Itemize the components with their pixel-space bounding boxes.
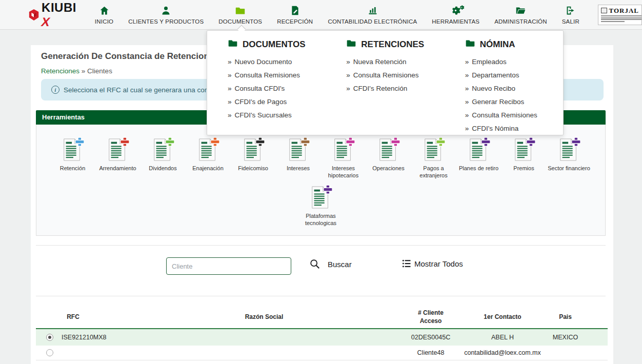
partner-name: TORJAL <box>609 7 639 15</box>
search-input[interactable] <box>166 257 291 275</box>
panel-body: Retención Arrendamiento Dividendos Enaje… <box>36 125 606 236</box>
table-row[interactable]: ISE921210MX8 02DES0045C ABEL H MEXICO <box>36 329 608 346</box>
dropdown-column-documentos: DOCUMENTOS »Nuevo Documento »Consulta Re… <box>207 38 326 135</box>
nav-item-administracion[interactable]: ADMINISTRACIÓN <box>494 5 547 25</box>
column-header-razon-social: Razón Social <box>190 306 338 328</box>
bar-chart-icon <box>367 5 378 16</box>
buscar-button[interactable]: Buscar <box>309 258 352 270</box>
cell-rfc: ISE921210MX8 <box>62 329 107 346</box>
cell-pais: MEXICO <box>541 329 590 346</box>
menu-item-cfdis-de-pagos[interactable]: »CFDI's de Pagos <box>228 95 326 109</box>
menu-item-consulta-cfdis[interactable]: »Consulta CFDI's <box>228 82 326 95</box>
gears-icon <box>450 5 461 16</box>
tool-operaciones[interactable]: Operaciones <box>366 137 411 179</box>
menu-item-cfdis-sucursales[interactable]: »CFDI's Sucursales <box>228 109 326 122</box>
document-plus-icon <box>151 137 175 163</box>
table-header: RFC Razón Social # Cliente Acceso 1er Co… <box>36 306 608 328</box>
partner-logo-torjal: TORJAL <box>598 5 642 25</box>
menu-item-nuevo-documento[interactable]: »Nuevo Documento <box>228 55 326 69</box>
search-icon <box>309 258 320 270</box>
tool-fideicomiso[interactable]: Fideicomiso <box>231 137 276 179</box>
nav-label: DOCUMENTOS <box>218 18 262 25</box>
nav-label: SALIR <box>562 18 579 25</box>
nav-item-clientes-y-productos[interactable]: CLIENTES Y PRODUCTOS <box>128 5 204 25</box>
tool-retencion[interactable]: Retención <box>50 137 95 179</box>
alert-text: Selecciona el RFC al cual se generara un… <box>64 86 230 94</box>
menu-item-nuevo-recibo[interactable]: »Nuevo Recibo <box>465 82 563 95</box>
document-plus-icon <box>557 137 581 163</box>
brand-name: KIUBIX <box>42 1 78 29</box>
tool-planes-de-retiro[interactable]: Planes de retiro <box>456 137 501 179</box>
document-plus-icon <box>196 137 220 163</box>
menu-item-consulta-remisiones-ret[interactable]: »Consulta Remisiones <box>346 69 444 82</box>
document-plus-icon <box>512 137 536 163</box>
page-title: Generación De Constancia de Retenciones <box>41 51 219 62</box>
tool-plataformas-tecnologicas[interactable]: Plataformas tecnologicas <box>298 185 344 227</box>
nav-item-contabilidad-electronica[interactable]: CONTABILIDAD ELECTRÓNICA <box>328 5 417 25</box>
mostrar-todos-button[interactable]: Mostrar Todos <box>402 258 463 269</box>
document-plus-icon <box>287 137 310 163</box>
tool-arrendamiento[interactable]: Arrendamiento <box>95 137 141 179</box>
document-plus-icon <box>332 137 355 163</box>
document-plus-icon <box>422 137 446 163</box>
radio-button[interactable] <box>46 349 53 356</box>
list-icon <box>402 258 412 269</box>
breadcrumb-current: Clientes <box>87 67 112 75</box>
radio-button[interactable] <box>46 334 53 341</box>
nav-item-salir[interactable]: SALIR <box>562 5 579 25</box>
column-header-pais: Pais <box>541 306 590 328</box>
cell-1er-contacto: ABEL H <box>456 329 549 346</box>
exit-icon <box>565 5 576 16</box>
folder-open-icon <box>515 5 526 16</box>
tool-premios[interactable]: Premios <box>501 137 547 179</box>
column-header-1er-contacto: 1er Contacto <box>462 306 544 328</box>
folder-icon <box>235 5 246 16</box>
tool-intereses[interactable]: Intereses <box>276 137 321 179</box>
menu-item-consulta-remisiones[interactable]: »Consulta Remisiones <box>228 69 326 82</box>
partner-mark-icon <box>601 8 607 13</box>
tool-intereses-hipotecarios[interactable]: Intereses hipotecarios <box>321 137 366 179</box>
menu-item-consulta-remisiones-nom[interactable]: »Consulta Remisiones <box>465 109 563 122</box>
column-header-cliente-acceso: # Cliente Acceso <box>413 306 449 328</box>
nav-item-herramientas[interactable]: HERRAMIENTAS <box>432 5 479 25</box>
divider <box>36 296 606 296</box>
tool-sector-financiero[interactable]: Sector financiero <box>547 137 592 179</box>
menu-item-empleados[interactable]: »Empleados <box>465 55 563 69</box>
breadcrumb: Retenciones » Clientes <box>41 67 112 75</box>
home-icon <box>99 5 110 16</box>
menu-item-departamentos[interactable]: »Departamentos <box>465 69 563 82</box>
nav-item-recepcion[interactable]: RECEPCIÓN <box>277 5 313 25</box>
app-logo[interactable]: KIUBIX <box>28 1 78 29</box>
dropdown-section-title: RETENCIONES <box>361 39 424 50</box>
document-plus-icon <box>377 137 400 163</box>
main-menu: INICIO CLIENTES Y PRODUCTOS DOCUMENTOS R… <box>95 5 579 25</box>
dropdown-column-retenciones: RETENCIONES »Nueva Retención »Consulta R… <box>326 38 444 135</box>
nav-item-inicio[interactable]: INICIO <box>95 5 113 25</box>
table-row[interactable]: Cliente48 contabilidad@loex.com.mx <box>36 346 608 360</box>
nav-label: ADMINISTRACIÓN <box>494 18 547 25</box>
column-header-rfc: RFC <box>56 306 90 328</box>
document-edit-icon <box>290 5 300 16</box>
breadcrumb-retenciones[interactable]: Retenciones <box>41 67 79 75</box>
document-plus-icon <box>106 137 130 163</box>
cube-logo-icon <box>28 8 39 22</box>
menu-item-cfdis-nomina[interactable]: »CFDI's Nómina <box>465 122 563 135</box>
tool-dividendos[interactable]: Dividendos <box>141 137 186 179</box>
dropdown-section-title: DOCUMENTOS <box>243 39 305 50</box>
menu-item-cfdis-retencion[interactable]: »CFDI's Retención <box>346 82 444 95</box>
user-icon <box>161 5 171 16</box>
top-navbar: KIUBIX INICIO CLIENTES Y PRODUCTOS DOCUM… <box>0 0 642 30</box>
breadcrumb-separator: » <box>82 67 86 75</box>
nav-label: RECEPCIÓN <box>277 18 313 25</box>
tool-pagos-a-extranjeros[interactable]: Pagos a extranjeros <box>411 137 456 179</box>
partner-address-lines <box>601 15 639 22</box>
tool-enajenacion[interactable]: Enajenación <box>186 137 231 179</box>
document-plus-icon <box>467 137 491 163</box>
document-plus-icon <box>309 185 333 210</box>
folder-icon <box>465 38 475 51</box>
dropdown-column-nomina: NÓMINA »Empleados »Departamentos »Nuevo … <box>445 38 563 135</box>
nav-item-documentos[interactable]: DOCUMENTOS <box>218 5 262 25</box>
menu-item-nueva-retencion[interactable]: »Nueva Retención <box>346 55 444 69</box>
cell-1er-contacto: contabilidad@loex.com.mx <box>456 346 549 360</box>
menu-item-generar-recibos[interactable]: »Generar Recibos <box>465 95 563 109</box>
